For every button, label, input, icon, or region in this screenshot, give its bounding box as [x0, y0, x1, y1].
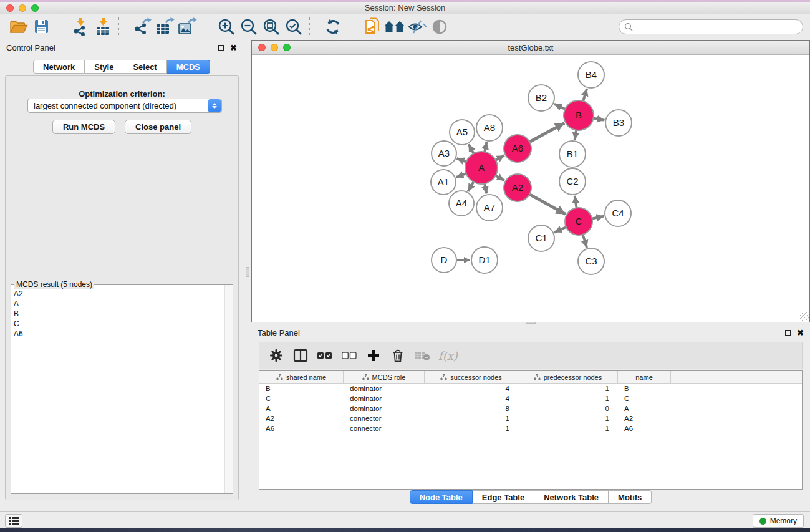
- resize-grip-icon[interactable]: [800, 312, 809, 321]
- cell-predecessor-nodes[interactable]: 0: [518, 405, 618, 412]
- close-panel-icon[interactable]: ✖: [230, 45, 237, 51]
- close-table-panel-icon[interactable]: ✖: [797, 330, 804, 336]
- node-D1[interactable]: D1: [471, 247, 498, 273]
- cell-name[interactable]: A2: [618, 415, 671, 422]
- table-row[interactable]: A6connector11A6: [259, 423, 802, 433]
- zoom-network-icon[interactable]: [283, 44, 291, 51]
- zoom-fit-button[interactable]: [260, 16, 282, 37]
- close-panel-button[interactable]: Close panel: [125, 120, 191, 134]
- node-B3[interactable]: B3: [605, 110, 632, 136]
- minimize-window-icon[interactable]: [19, 4, 26, 12]
- select-all-columns-button[interactable]: [316, 346, 334, 365]
- node-D[interactable]: D: [432, 248, 456, 273]
- edge-B-B1[interactable]: [575, 130, 577, 140]
- edge-B-B4[interactable]: [583, 89, 587, 101]
- edge-A-A8[interactable]: [485, 142, 486, 152]
- network-window-titlebar[interactable]: testGlobe.txt: [252, 41, 809, 55]
- edge-A-A4[interactable]: [468, 182, 474, 191]
- edge-C-C4[interactable]: [592, 216, 604, 219]
- node-B2[interactable]: B2: [528, 85, 554, 111]
- mcds-result-list[interactable]: A2ABCA6: [11, 284, 233, 494]
- table-row[interactable]: Cdominator41C: [259, 394, 802, 404]
- node-table[interactable]: shared nameMCDS rolesuccessor nodesprede…: [259, 370, 803, 490]
- edge-A6-B[interactable]: [529, 123, 564, 142]
- cell-predecessor-nodes[interactable]: 1: [518, 395, 618, 402]
- table-row[interactable]: A2connector11A2: [259, 414, 802, 423]
- tab-network-table[interactable]: Network Table: [534, 490, 609, 504]
- table-settings-button[interactable]: [267, 346, 286, 365]
- zoom-in-button[interactable]: [215, 16, 238, 37]
- node-B1[interactable]: B1: [559, 141, 586, 167]
- criterion-dropdown[interactable]: largest connected component (directed): [27, 99, 222, 113]
- export-table-button[interactable]: [153, 16, 176, 37]
- float-table-panel-icon[interactable]: [785, 330, 791, 336]
- tab-network[interactable]: Network: [33, 60, 85, 74]
- minimize-network-icon[interactable]: [271, 44, 278, 51]
- zoom-out-button[interactable]: [238, 16, 260, 37]
- import-network-button[interactable]: [69, 16, 92, 37]
- edge-A-A2[interactable]: [496, 176, 504, 181]
- create-column-button[interactable]: [364, 346, 383, 365]
- vertical-split-handle[interactable]: [246, 267, 249, 277]
- node-C2[interactable]: C2: [559, 168, 586, 195]
- tab-edge-table[interactable]: Edge Table: [473, 490, 534, 504]
- new-network-from-selection-button[interactable]: [361, 16, 383, 37]
- close-network-icon[interactable]: [258, 44, 266, 51]
- result-item[interactable]: A: [14, 299, 233, 309]
- open-session-button[interactable]: [7, 16, 30, 37]
- cell-shared-name[interactable]: A: [259, 405, 344, 412]
- export-image-button[interactable]: [176, 16, 198, 37]
- zoom-selected-button[interactable]: [282, 16, 305, 37]
- cell-name[interactable]: B: [618, 385, 671, 392]
- cell-shared-name[interactable]: A2: [259, 415, 344, 422]
- tab-select[interactable]: Select: [123, 60, 166, 74]
- unselect-all-columns-button[interactable]: [340, 346, 359, 365]
- cell-MCDS-role[interactable]: dominator: [344, 405, 425, 412]
- edge-C-C1[interactable]: [554, 227, 566, 233]
- cell-MCDS-role[interactable]: dominator: [344, 395, 425, 402]
- node-A4[interactable]: A4: [449, 191, 474, 216]
- cell-shared-name[interactable]: B: [259, 385, 344, 392]
- node-A2[interactable]: A2: [504, 174, 531, 201]
- edge-C-C2[interactable]: [575, 196, 577, 208]
- edge-C-C3[interactable]: [583, 235, 587, 248]
- node-A5[interactable]: A5: [450, 120, 475, 145]
- network-window-controls[interactable]: [258, 44, 291, 51]
- network-canvas[interactable]: B4B2BB3A5A8A6A3AB1A1C2A2A4A7CC4C1DD1C3: [252, 55, 809, 322]
- save-session-button[interactable]: [30, 16, 52, 37]
- tab-mcds[interactable]: MCDS: [167, 60, 210, 74]
- node-C4[interactable]: C4: [605, 200, 631, 226]
- result-item[interactable]: C: [14, 319, 233, 329]
- edge-B-B2[interactable]: [554, 104, 565, 109]
- cell-name[interactable]: C: [618, 395, 671, 402]
- edge-B-B3[interactable]: [594, 118, 605, 120]
- search-input[interactable]: [636, 22, 803, 31]
- hide-graphics-details-button[interactable]: [406, 16, 428, 37]
- tab-style[interactable]: Style: [85, 60, 123, 74]
- window-controls[interactable]: [6, 4, 39, 12]
- cell-successor-nodes[interactable]: 1: [425, 425, 518, 432]
- node-B[interactable]: B: [564, 100, 594, 130]
- edge-A-A5[interactable]: [469, 144, 474, 153]
- search-field[interactable]: [619, 19, 803, 34]
- edge-A2-C[interactable]: [529, 195, 566, 215]
- column-header-name[interactable]: name: [618, 371, 671, 383]
- show-column-button[interactable]: [291, 346, 310, 365]
- cell-shared-name[interactable]: A6: [259, 425, 344, 432]
- column-header-predecessor-nodes[interactable]: predecessor nodes: [518, 371, 618, 383]
- delete-column-button[interactable]: [388, 346, 407, 365]
- import-table-button[interactable]: [92, 16, 114, 37]
- column-header-successor-nodes[interactable]: successor nodes: [425, 371, 518, 383]
- node-A1[interactable]: A1: [431, 170, 456, 195]
- table-row[interactable]: Adominator80A: [259, 404, 802, 414]
- show-graphics-details-button[interactable]: [428, 16, 451, 37]
- table-row[interactable]: Bdominator41B: [259, 384, 802, 394]
- home-view-button[interactable]: [383, 16, 406, 37]
- cell-predecessor-nodes[interactable]: 1: [518, 385, 618, 392]
- zoom-window-icon[interactable]: [31, 4, 39, 12]
- edge-A-A7[interactable]: [485, 183, 486, 193]
- cell-name[interactable]: A: [618, 405, 671, 412]
- column-header-MCDS-role[interactable]: MCDS role: [344, 371, 425, 383]
- node-A6[interactable]: A6: [504, 135, 531, 162]
- cell-shared-name[interactable]: C: [259, 395, 344, 402]
